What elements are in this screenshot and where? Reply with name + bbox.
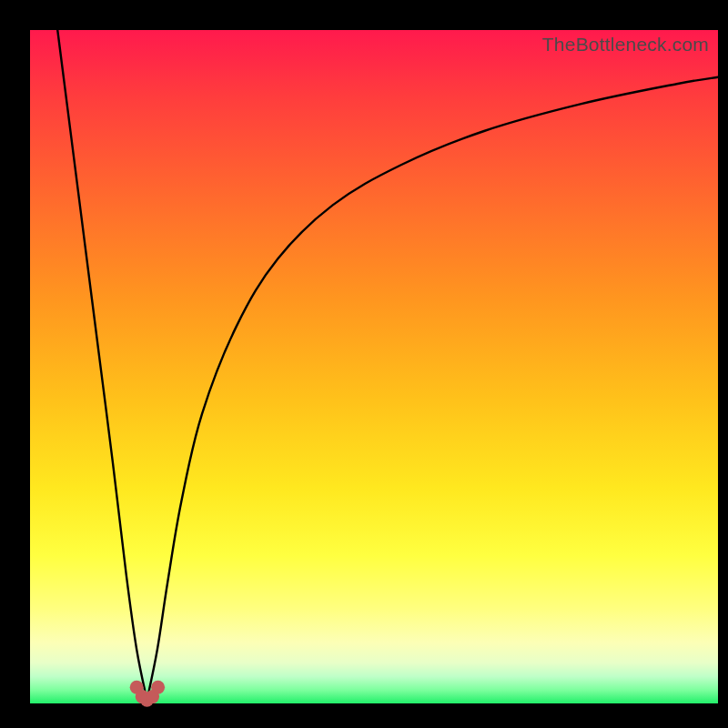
- trough-dot: [151, 681, 165, 694]
- curve-layer: [30, 30, 718, 703]
- curve-left-branch: [57, 30, 147, 700]
- curve-right-branch: [147, 77, 718, 701]
- chart-frame: TheBottleneck.com: [0, 0, 728, 728]
- plot-area: TheBottleneck.com: [30, 30, 718, 703]
- trough-markers: [130, 681, 165, 707]
